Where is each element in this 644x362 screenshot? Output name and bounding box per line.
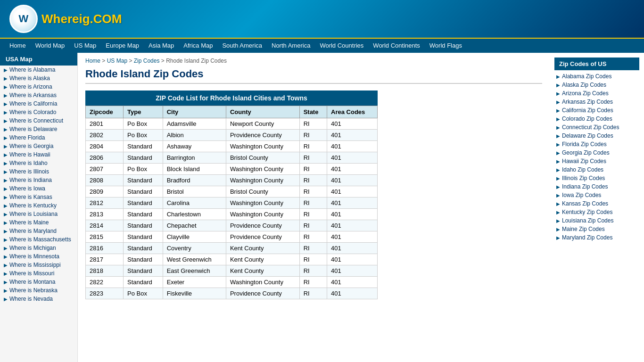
main-content: Home > US Map > Zip Codes > Rhode Island… bbox=[78, 53, 550, 362]
right-panel-link[interactable]: Arizona Zip Codes bbox=[562, 90, 609, 97]
right-panel-link[interactable]: Iowa Zip Codes bbox=[562, 192, 601, 198]
right-panel-link[interactable]: Maryland Zip Codes bbox=[562, 234, 612, 241]
sidebar-item: ▶Where is Georgia bbox=[0, 142, 77, 150]
sidebar-link[interactable]: Where is Nebraska bbox=[9, 287, 58, 294]
nav-item-north-america[interactable]: North America bbox=[267, 38, 315, 53]
nav-item-south-america[interactable]: South America bbox=[217, 38, 267, 53]
nav-item-us-map[interactable]: US Map bbox=[69, 38, 101, 53]
sidebar: USA Map ▶Where is Alabama▶Where is Alask… bbox=[0, 53, 78, 362]
right-panel-link[interactable]: Florida Zip Codes bbox=[562, 141, 607, 148]
sidebar-link[interactable]: Where is Colorado bbox=[9, 109, 56, 115]
right-panel-link[interactable]: Kentucky Zip Codes bbox=[562, 209, 612, 215]
sidebar-arrow-icon: ▶ bbox=[4, 118, 8, 123]
right-panel-link[interactable]: Alaska Zip Codes bbox=[562, 82, 606, 88]
sidebar-link[interactable]: Where is Alaska bbox=[9, 75, 50, 82]
right-panel-item: ▶Illinois Zip Codes bbox=[554, 174, 639, 182]
nav-item-asia-map[interactable]: Asia Map bbox=[144, 38, 179, 53]
right-panel-link[interactable]: Connecticut Zip Codes bbox=[562, 124, 619, 131]
right-panel-link[interactable]: Louisiana Zip Codes bbox=[562, 217, 613, 224]
sidebar-link[interactable]: Where is Maine bbox=[9, 219, 49, 226]
sidebar-link[interactable]: Where is Montana bbox=[9, 279, 55, 285]
sidebar-link[interactable]: Where is Illinois bbox=[9, 168, 49, 175]
breadcrumb-zip-codes[interactable]: Zip Codes bbox=[134, 58, 160, 64]
sidebar-link[interactable]: Where is Arizona bbox=[9, 83, 52, 90]
nav-item-africa-map[interactable]: Africa Map bbox=[179, 38, 217, 53]
sidebar-item: ▶Where is Missouri bbox=[0, 269, 77, 278]
table-column-header: Area Codes bbox=[327, 106, 378, 118]
right-panel-link[interactable]: Kansas Zip Codes bbox=[562, 200, 608, 207]
sidebar-link[interactable]: Where Florida bbox=[9, 134, 45, 141]
sidebar-link[interactable]: Where is Arkansas bbox=[9, 92, 57, 99]
table-cell: 401 bbox=[327, 231, 378, 243]
table-cell: Standard bbox=[124, 265, 163, 277]
sidebar-link[interactable]: Where is Alabama bbox=[9, 66, 55, 73]
logo[interactable]: W Whereig.COM bbox=[9, 5, 122, 33]
nav-item-world-countries[interactable]: World Countries bbox=[315, 38, 368, 53]
right-panel-link[interactable]: California Zip Codes bbox=[562, 107, 613, 114]
right-panel-link[interactable]: Delaware Zip Codes bbox=[562, 132, 613, 139]
nav-item-world-flags[interactable]: World Flags bbox=[425, 38, 467, 53]
sidebar-link[interactable]: Where is Georgia bbox=[9, 143, 53, 149]
sidebar-link[interactable]: Where is Iowa bbox=[9, 185, 45, 192]
table-row: 2808StandardBradfordWashington CountyRI4… bbox=[86, 175, 378, 186]
right-panel-link[interactable]: Colorado Zip Codes bbox=[562, 115, 612, 122]
right-panel-items: ▶Alabama Zip Codes▶Alaska Zip Codes▶Ariz… bbox=[554, 72, 639, 242]
right-panel-link[interactable]: Indiana Zip Codes bbox=[562, 183, 608, 190]
table-cell: Clayville bbox=[163, 231, 226, 243]
nav-item-world-map[interactable]: World Map bbox=[31, 38, 70, 53]
sidebar-link[interactable]: Where is Idaho bbox=[9, 160, 48, 166]
table-cell: 401 bbox=[327, 254, 378, 265]
nav-item-world-continents[interactable]: World Continents bbox=[368, 38, 424, 53]
sidebar-link[interactable]: Where is Maryland bbox=[9, 228, 57, 234]
table-cell: RI bbox=[299, 254, 327, 265]
table-cell: 401 bbox=[327, 265, 378, 277]
table-cell: Albion bbox=[163, 130, 226, 141]
sidebar-link[interactable]: Where is California bbox=[9, 100, 57, 107]
breadcrumb-home[interactable]: Home bbox=[85, 58, 100, 64]
right-arrow-icon: ▶ bbox=[556, 99, 560, 105]
table-cell: Po Box bbox=[124, 164, 163, 175]
sidebar-link[interactable]: Where is Indiana bbox=[9, 177, 52, 183]
sidebar-link[interactable]: Where is Minnesota bbox=[9, 253, 59, 260]
nav-item-home[interactable]: Home bbox=[5, 38, 31, 53]
sidebar-link[interactable]: Where is Delaware bbox=[9, 126, 57, 132]
table-cell: Providence County bbox=[226, 288, 299, 299]
sidebar-item: ▶Where is Montana bbox=[0, 278, 77, 286]
right-panel-item: ▶Colorado Zip Codes bbox=[554, 115, 639, 123]
breadcrumb-us-map[interactable]: US Map bbox=[107, 58, 127, 64]
sidebar-arrow-icon: ▶ bbox=[4, 84, 8, 90]
right-panel-link[interactable]: Georgia Zip Codes bbox=[562, 149, 610, 156]
sidebar-link[interactable]: Where is Kansas bbox=[9, 194, 52, 200]
sidebar-link[interactable]: Where is Connecticut bbox=[9, 117, 63, 124]
right-panel-link[interactable]: Maine Zip Codes bbox=[562, 226, 605, 232]
table-cell: 401 bbox=[327, 130, 378, 141]
table-cell: RI bbox=[299, 231, 327, 243]
right-panel-item: ▶Louisiana Zip Codes bbox=[554, 216, 639, 225]
right-panel-item: ▶Hawaii Zip Codes bbox=[554, 157, 639, 165]
table-cell: Standard bbox=[124, 277, 163, 288]
right-arrow-icon: ▶ bbox=[556, 210, 560, 215]
sidebar-link[interactable]: Where is Louisiana bbox=[9, 211, 58, 217]
sidebar-link[interactable]: Where is Michigan bbox=[9, 245, 56, 251]
sidebar-link[interactable]: Where is Hawaii bbox=[9, 151, 50, 158]
right-panel-link[interactable]: Illinois Zip Codes bbox=[562, 175, 605, 181]
right-panel-link[interactable]: Arkansas Zip Codes bbox=[562, 99, 613, 105]
right-panel-link[interactable]: Idaho Zip Codes bbox=[562, 166, 603, 173]
nav-item-europe-map[interactable]: Europe Map bbox=[101, 38, 144, 53]
sidebar-arrow-icon: ▶ bbox=[4, 127, 8, 132]
table-cell: Po Box bbox=[124, 130, 163, 141]
sidebar-link[interactable]: Where is Massachusetts bbox=[9, 236, 71, 243]
right-panel-item: ▶Delaware Zip Codes bbox=[554, 132, 639, 140]
right-panel-link[interactable]: Hawaii Zip Codes bbox=[562, 158, 606, 165]
right-arrow-icon: ▶ bbox=[556, 159, 560, 164]
sidebar-link[interactable]: Where is Nevada bbox=[9, 296, 53, 302]
sidebar-item: ▶Where is Illinois bbox=[0, 167, 77, 176]
right-panel-link[interactable]: Alabama Zip Codes bbox=[562, 73, 611, 80]
sidebar-link[interactable]: Where is Kentucky bbox=[9, 202, 57, 209]
table-cell: Standard bbox=[124, 231, 163, 243]
sidebar-link[interactable]: Where is Missouri bbox=[9, 270, 54, 277]
table-cell: Standard bbox=[124, 220, 163, 231]
sidebar-arrow-icon: ▶ bbox=[4, 93, 8, 98]
table-cell: 401 bbox=[327, 164, 378, 175]
sidebar-link[interactable]: Where is Mississippi bbox=[9, 262, 61, 268]
